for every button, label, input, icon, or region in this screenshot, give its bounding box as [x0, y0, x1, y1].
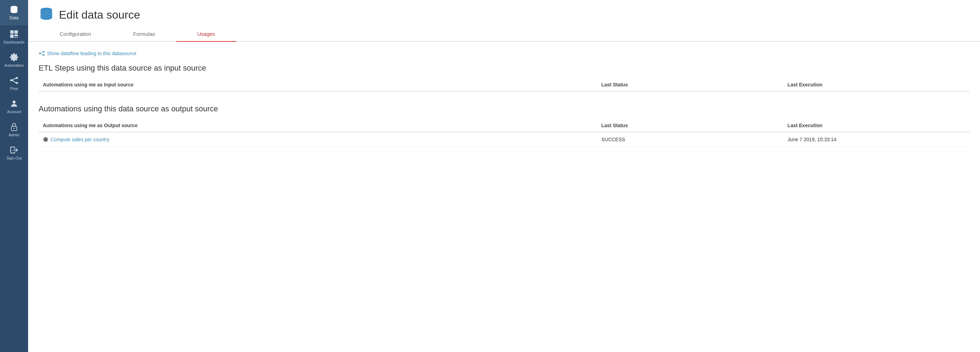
- sidebar-item-account[interactable]: Account: [0, 95, 28, 118]
- svg-rect-1: [10, 30, 14, 34]
- sidebar: Data Dashboards Automation Flow: [0, 0, 28, 352]
- sidebar-item-sign-out[interactable]: Sign-Out: [0, 141, 28, 165]
- sidebar-item-admin-label: Admin: [8, 133, 19, 137]
- sidebar-item-automation[interactable]: Automation: [0, 48, 28, 72]
- input-col-execution: Last Execution: [783, 78, 969, 91]
- tab-bar: Configuration Formulas Usages: [28, 27, 980, 42]
- output-section-title: Automations using this data source as ou…: [38, 104, 969, 114]
- compute-sales-link[interactable]: Compute sales per country: [43, 137, 593, 142]
- svg-point-15: [13, 128, 14, 129]
- table-row: Compute sales per country SUCCESS June 7…: [38, 132, 969, 147]
- automation-name: Compute sales per country: [51, 137, 109, 142]
- input-table: Automations using me as Input source Las…: [38, 78, 969, 92]
- svg-rect-3: [10, 34, 14, 38]
- sidebar-item-dashboards[interactable]: Dashboards: [0, 25, 28, 48]
- gear-icon: [43, 137, 48, 142]
- content-area: Show dataflow leading to this datasource…: [28, 42, 980, 352]
- main-content: Edit data source Configuration Formulas …: [28, 0, 980, 352]
- sidebar-item-data-label: Data: [10, 16, 18, 20]
- input-col-automations: Automations using me as Input source: [38, 78, 597, 91]
- svg-line-21: [40, 52, 43, 53]
- svg-rect-19: [43, 51, 45, 52]
- svg-rect-9: [16, 77, 18, 79]
- svg-line-11: [12, 78, 16, 80]
- svg-rect-20: [43, 54, 45, 56]
- output-col-automations: Automations using me as Output source: [38, 119, 597, 132]
- output-col-execution: Last Execution: [783, 119, 969, 132]
- svg-rect-5: [14, 37, 16, 38]
- svg-rect-4: [14, 34, 18, 36]
- svg-point-13: [13, 101, 16, 104]
- dataflow-link-text: Show dataflow leading to this datasource: [47, 51, 137, 56]
- svg-rect-18: [39, 53, 41, 54]
- svg-point-17: [41, 8, 52, 12]
- dataflow-icon: [38, 50, 45, 56]
- svg-rect-6: [17, 37, 18, 38]
- tab-usages[interactable]: Usages: [176, 27, 236, 41]
- input-col-status: Last Status: [597, 78, 783, 91]
- dataflow-link[interactable]: Show dataflow leading to this datasource: [38, 50, 969, 56]
- sidebar-item-admin[interactable]: Admin: [0, 118, 28, 141]
- tab-formulas[interactable]: Formulas: [112, 27, 176, 41]
- svg-rect-10: [16, 82, 18, 83]
- svg-line-22: [40, 53, 43, 55]
- output-row-execution: June 7 2019, 15:33:14: [783, 132, 969, 147]
- tab-configuration[interactable]: Configuration: [38, 27, 112, 41]
- output-row-status: SUCCESS: [597, 132, 783, 147]
- svg-rect-2: [14, 30, 18, 34]
- sidebar-item-automation-label: Automation: [4, 63, 24, 67]
- input-section-title: ETL Steps using this data source as inpu…: [38, 64, 969, 73]
- svg-rect-8: [10, 79, 12, 81]
- sidebar-item-sign-out-label: Sign-Out: [6, 156, 21, 160]
- sidebar-item-data[interactable]: Data: [0, 0, 28, 25]
- page-title: Edit data source: [59, 8, 140, 21]
- page-header: Edit data source: [28, 0, 980, 23]
- datasource-icon: [38, 6, 54, 23]
- svg-point-0: [11, 6, 18, 9]
- output-col-status: Last Status: [597, 119, 783, 132]
- output-table-body: Compute sales per country SUCCESS June 7…: [38, 132, 969, 147]
- sidebar-item-flow-label: Flow: [10, 86, 18, 91]
- sidebar-item-account-label: Account: [7, 110, 21, 114]
- svg-line-12: [12, 80, 16, 83]
- sidebar-item-dashboards-label: Dashboards: [3, 40, 24, 44]
- sidebar-item-flow[interactable]: Flow: [0, 72, 28, 95]
- output-table: Automations using me as Output source La…: [38, 119, 969, 147]
- output-row-automation: Compute sales per country: [38, 132, 597, 147]
